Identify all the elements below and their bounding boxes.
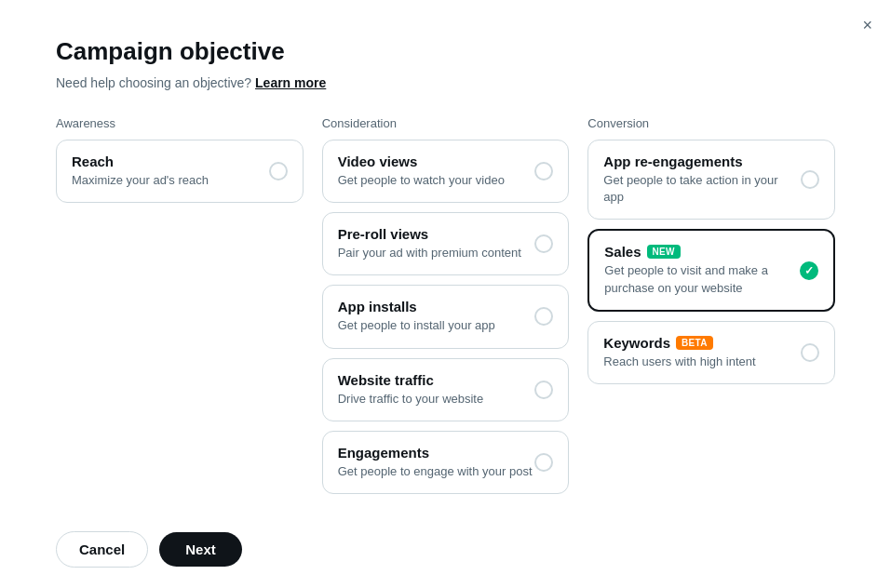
app-installs-radio[interactable] [534, 307, 553, 326]
awareness-column: Awareness Reach Maximize your ad's reach [56, 116, 304, 212]
keywords-desc: Reach users with high intent [603, 354, 801, 370]
pre-roll-desc: Pair your ad with premium content [338, 245, 535, 261]
objective-website-traffic[interactable]: Website traffic Drive traffic to your we… [322, 358, 570, 421]
reach-title: Reach [72, 154, 269, 169]
consideration-column: Consideration Video views Get people to … [322, 116, 570, 503]
page-title: Campaign objective [56, 37, 835, 66]
learn-more-link[interactable]: Learn more [255, 75, 326, 90]
objective-app-installs[interactable]: App installs Get people to install your … [322, 285, 570, 348]
help-text: Need help choosing an objective? Learn m… [56, 75, 835, 90]
website-traffic-radio[interactable] [534, 381, 553, 399]
video-views-title: Video views [338, 154, 535, 169]
app-re-engagements-desc: Get people to take action in your app [603, 172, 801, 206]
website-traffic-desc: Drive traffic to your website [338, 391, 535, 408]
video-views-desc: Get people to watch your video [338, 172, 535, 189]
pre-roll-radio[interactable] [534, 234, 553, 253]
video-views-radio[interactable] [534, 162, 553, 180]
app-re-engagements-title: App re-engagements [603, 154, 801, 169]
app-installs-desc: Get people to install your app [338, 317, 535, 334]
pre-roll-title: Pre-roll views [338, 226, 535, 242]
keywords-beta-badge: BETA [676, 336, 713, 350]
app-re-engagements-radio[interactable] [801, 170, 819, 189]
objective-video-views[interactable]: Video views Get people to watch your vid… [322, 140, 570, 203]
website-traffic-title: Website traffic [338, 372, 535, 388]
consideration-label: Consideration [322, 116, 570, 130]
objective-pre-roll-views[interactable]: Pre-roll views Pair your ad with premium… [322, 212, 570, 275]
cancel-button[interactable]: Cancel [56, 531, 148, 568]
sales-new-badge: NEW [647, 245, 681, 259]
objective-sales[interactable]: Sales NEW Get people to visit and make a… [587, 229, 835, 311]
engagements-desc: Get people to engage with your post [338, 463, 535, 480]
reach-radio[interactable] [269, 162, 288, 180]
objective-columns: Awareness Reach Maximize your ad's reach… [56, 116, 835, 503]
app-installs-title: App installs [338, 299, 535, 314]
objective-engagements[interactable]: Engagements Get people to engage with yo… [322, 431, 570, 494]
sales-title: Sales NEW [604, 244, 800, 260]
sales-desc: Get people to visit and make a purchase … [604, 262, 800, 296]
next-button[interactable]: Next [159, 532, 242, 567]
keywords-radio[interactable] [801, 343, 819, 362]
conversion-column: Conversion App re-engagements Get people… [587, 116, 835, 394]
objective-keywords[interactable]: Keywords BETA Reach users with high inte… [587, 321, 835, 384]
awareness-label: Awareness [56, 116, 304, 130]
engagements-title: Engagements [338, 445, 535, 461]
reach-desc: Maximize your ad's reach [72, 172, 269, 189]
keywords-title: Keywords BETA [603, 335, 801, 351]
close-button[interactable]: × [862, 17, 872, 33]
sales-radio[interactable] [800, 261, 818, 280]
conversion-label: Conversion [587, 116, 835, 130]
objective-reach[interactable]: Reach Maximize your ad's reach [56, 140, 304, 203]
reach-text: Reach Maximize your ad's reach [72, 154, 269, 189]
footer: Cancel Next [56, 531, 835, 568]
engagements-radio[interactable] [534, 453, 553, 472]
objective-app-re-engagements[interactable]: App re-engagements Get people to take ac… [587, 140, 835, 220]
